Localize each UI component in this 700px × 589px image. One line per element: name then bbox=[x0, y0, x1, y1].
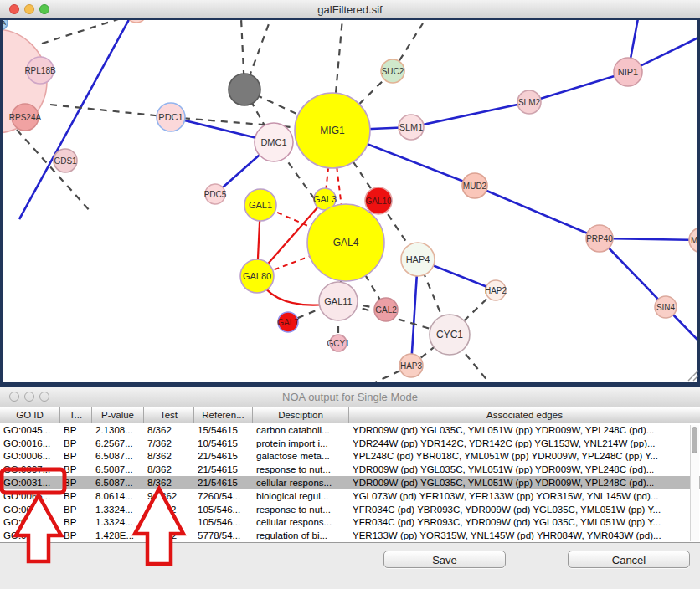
node-gray-node[interactable] bbox=[229, 74, 260, 105]
cell-description: response to nut... bbox=[253, 504, 349, 515]
cell-test: 8/362 bbox=[144, 464, 194, 474]
cell-go: GO:0045... bbox=[0, 425, 60, 435]
column-header-description[interactable]: Desciption bbox=[253, 407, 349, 423]
cell-reference: 7260/54... bbox=[194, 491, 253, 501]
cell-pvalue: 1.3324... bbox=[92, 517, 144, 527]
cell-test: 80/362 bbox=[144, 530, 194, 540]
cell-reference: 21/54615 bbox=[194, 451, 253, 461]
view-border bbox=[0, 18, 3, 387]
node-label: GAL7 bbox=[277, 318, 299, 327]
network-edge bbox=[529, 72, 628, 102]
cell-go: GO:0031... bbox=[0, 517, 60, 527]
cell-pvalue: 8.0614... bbox=[92, 491, 144, 501]
node-label: GAL10 bbox=[365, 197, 392, 206]
cell-description: galactose meta... bbox=[253, 451, 349, 461]
cell-test: 8/362 bbox=[144, 425, 194, 435]
scrollbar-thumb[interactable] bbox=[692, 427, 697, 453]
node-label: HAP3 bbox=[400, 361, 423, 371]
table-header: GO IDT...P-valueTestReferen...Desciption… bbox=[0, 407, 700, 423]
node-label: PRP40 bbox=[586, 234, 613, 243]
cell-pvalue: 6.5087... bbox=[92, 451, 144, 461]
node-label: SLM2 bbox=[518, 98, 541, 107]
view-border bbox=[0, 18, 700, 20]
node-label: PDC1 bbox=[158, 112, 183, 122]
network-canvas[interactable]: 17ARPL18BRPS24AGDS1PDC1PDC5DMC1MIG1SUC2S… bbox=[0, 18, 700, 387]
cell-type: BP bbox=[60, 530, 92, 540]
vertical-scrollbar[interactable] bbox=[690, 425, 699, 541]
save-button[interactable]: Save bbox=[383, 551, 506, 568]
cell-test: 11/362 bbox=[144, 504, 194, 515]
cell-go: GO:0050... bbox=[0, 530, 60, 540]
column-header-type[interactable]: T... bbox=[60, 407, 92, 423]
cell-reference: 21/54615 bbox=[194, 478, 253, 488]
node-label: GAL11 bbox=[324, 296, 352, 306]
cell-description: response to nut... bbox=[253, 464, 349, 474]
cell-go: GO:0016... bbox=[0, 438, 60, 448]
cell-pvalue: 6.5087... bbox=[92, 478, 144, 488]
cell-go: GO:0065... bbox=[0, 491, 60, 501]
cell-type: BP bbox=[60, 425, 92, 435]
column-header-pvalue[interactable]: P-value bbox=[92, 407, 144, 423]
cell-reference: 105/546... bbox=[194, 517, 253, 527]
table-row[interactable]: GO:0045...BP2.1308...8/36215/54615carbon… bbox=[0, 423, 700, 437]
cell-edges: YDR009W (pd) YGL035C, YML051W (pp) YDR00… bbox=[349, 464, 700, 474]
table-row[interactable]: GO:0031...BP1.3324...11/362105/546...cel… bbox=[0, 516, 700, 530]
node-label: RPL18B bbox=[24, 66, 56, 75]
cell-test: 8/362 bbox=[144, 478, 194, 488]
table-row[interactable]: GO:0031...BP1.3324...11/362105/546...res… bbox=[0, 503, 700, 516]
node-label: GAL2 bbox=[375, 305, 397, 315]
column-header-test[interactable]: Test bbox=[144, 407, 194, 423]
cell-type: BP bbox=[60, 478, 92, 488]
node-label: GDS1 bbox=[54, 156, 77, 166]
cell-reference: 105/546... bbox=[194, 504, 253, 515]
column-header-go[interactable]: GO ID bbox=[0, 407, 60, 423]
table-row[interactable]: GO:0050...BP1.428E...80/3625778/54...reg… bbox=[0, 529, 700, 542]
cell-type: BP bbox=[60, 451, 92, 461]
cell-go: GO:0031... bbox=[0, 504, 60, 515]
cell-edges: YER133W (pp) YOR315W, YNL145W (pd) YHR08… bbox=[349, 530, 700, 540]
cell-test: 94/362 bbox=[144, 491, 194, 501]
cell-edges: YDR009W (pd) YGL035C, YML051W (pp) YDR00… bbox=[349, 425, 700, 435]
node-label: MIG1 bbox=[320, 125, 345, 136]
cell-pvalue: 1.428E... bbox=[92, 530, 144, 540]
network-edge bbox=[600, 238, 700, 240]
window-title: galFiltered.sif bbox=[0, 3, 700, 16]
cell-pvalue: 6.2567... bbox=[92, 438, 144, 448]
node-label: DMC1 bbox=[260, 137, 286, 147]
cell-test: 8/362 bbox=[144, 451, 194, 461]
noa-window-titlebar[interactable]: NOA output for Single Mode bbox=[0, 387, 700, 407]
column-header-reference[interactable]: Referen... bbox=[194, 407, 253, 423]
column-header-edges[interactable]: Associated edges bbox=[349, 407, 700, 423]
node-label: GAL3 bbox=[313, 194, 337, 204]
table-row[interactable]: GO:0065...BP8.0614...94/3627260/54...bio… bbox=[0, 489, 700, 503]
cell-go: GO:0006... bbox=[0, 451, 60, 461]
node-label: NIP1 bbox=[618, 67, 638, 77]
cell-go: GO:0007... bbox=[0, 464, 60, 474]
cell-edges: YPL248C (pd) YBR018C, YML051W (pp) YDR00… bbox=[349, 451, 700, 461]
cell-description: cellular respons... bbox=[253, 478, 349, 488]
node-label: PDC5 bbox=[204, 190, 227, 199]
network-edge bbox=[600, 238, 666, 307]
network-window-titlebar[interactable]: galFiltered.sif bbox=[0, 0, 700, 19]
screen: galFiltered.sif 17ARPL18BRPS24AGDS1PDC1P… bbox=[0, 0, 700, 589]
cell-pvalue: 1.3324... bbox=[92, 504, 144, 515]
table-row-selected[interactable]: GO:0031...BP6.5087...8/36221/54615cellul… bbox=[0, 476, 700, 489]
cancel-button[interactable]: Cancel bbox=[568, 551, 690, 568]
table-row[interactable]: GO:0006...BP6.5087...8/36221/54615galact… bbox=[0, 450, 700, 464]
table-row[interactable]: GO:0016...BP6.2567...7/36210/54615protei… bbox=[0, 437, 700, 450]
resize-grip[interactable] bbox=[688, 371, 698, 381]
results-table: GO:0045...BP2.1308...8/36215/54615carbon… bbox=[0, 423, 700, 543]
node-label: GCY1 bbox=[327, 339, 350, 348]
cell-reference: 21/54615 bbox=[194, 464, 253, 474]
table-row[interactable]: GO:0007...BP6.5087...8/36221/54615respon… bbox=[0, 463, 700, 476]
cell-edges: YFR034C (pd) YBR093C, YDR009W (pd) YGL03… bbox=[349, 504, 700, 515]
node-label: GAL1 bbox=[249, 200, 272, 210]
cell-description: protein import i... bbox=[253, 438, 349, 448]
cell-edges: YDR244W (pp) YDR142C, YDR142C (pp) YGL15… bbox=[349, 438, 700, 448]
cell-reference: 10/54615 bbox=[194, 438, 253, 448]
cell-go: GO:0031... bbox=[0, 478, 60, 488]
noa-output-window: NOA output for Single Mode GO IDT...P-va… bbox=[0, 387, 700, 589]
cell-reference: 5778/54... bbox=[194, 530, 253, 540]
window-title: NOA output for Single Mode bbox=[0, 391, 700, 403]
network-edge bbox=[17, 130, 92, 213]
